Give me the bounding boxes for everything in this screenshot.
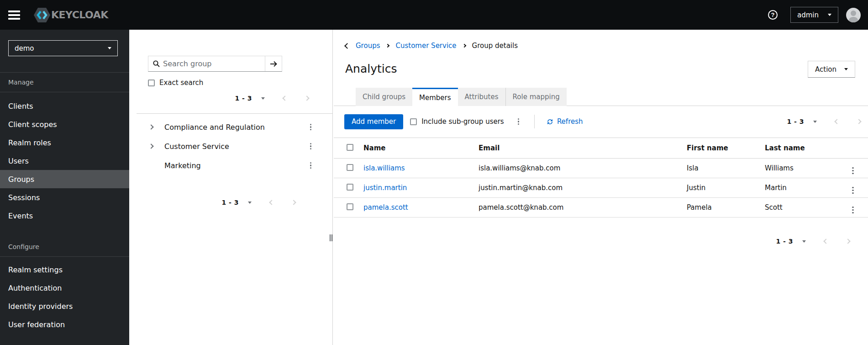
group-tree-item[interactable]: Marketing (129, 156, 332, 175)
pagination-next-button[interactable] (857, 120, 861, 123)
tab-members[interactable]: Members (412, 88, 458, 106)
chevron-left-icon (823, 239, 828, 244)
chevron-down-icon[interactable] (802, 240, 806, 243)
row-kebab-button[interactable] (852, 167, 853, 174)
row-checkbox[interactable] (347, 203, 353, 210)
sidebar-item-sessions[interactable]: Sessions (0, 188, 129, 207)
chevron-right-icon (845, 239, 850, 244)
group-tree-item[interactable]: Compliance and Regulation (129, 117, 332, 137)
pagination-prev-button[interactable] (835, 120, 839, 123)
member-last-name: Williams (765, 159, 838, 178)
tab-child-groups[interactable]: Child groups (356, 88, 412, 106)
include-subgroup-users-label: Include sub-group users (421, 117, 504, 126)
nav-list-configure: Realm settings Authentication Identity p… (0, 260, 129, 334)
group-name[interactable]: Marketing (164, 161, 310, 170)
members-pagination-top: 1 - 3 (787, 117, 861, 126)
chevron-right-icon (148, 143, 153, 149)
sidebar-item-authentication[interactable]: Authentication (0, 279, 129, 297)
sidebar-item-realm-settings[interactable]: Realm settings (0, 260, 129, 279)
user-menu-label: admin (797, 11, 819, 19)
search-group-box (148, 56, 282, 72)
member-name-link[interactable]: pamela.scott (363, 203, 408, 212)
breadcrumb-groups[interactable]: Groups (356, 42, 380, 50)
chevron-down-icon[interactable] (813, 121, 817, 123)
tree-divider (137, 113, 332, 114)
member-name-link[interactable]: isla.williams (363, 164, 405, 172)
realm-name: demo (15, 44, 34, 53)
expand-toggle-button[interactable] (149, 144, 157, 148)
sidebar-item-clients[interactable]: Clients (0, 97, 129, 115)
sidebar-item-groups[interactable]: Groups (0, 170, 129, 188)
tab-role-mapping[interactable]: Role mapping (506, 88, 567, 106)
keycloak-logo-icon (33, 7, 51, 23)
pagination-range: 1 - 3 (221, 199, 239, 206)
kebab-menu-button[interactable] (310, 143, 311, 150)
kebab-menu-button[interactable] (310, 124, 311, 131)
row-checkbox[interactable] (347, 164, 353, 171)
row-checkbox[interactable] (347, 184, 353, 191)
chevron-down-icon[interactable] (248, 202, 252, 204)
add-member-button[interactable]: Add member (344, 114, 403, 129)
pagination-range: 1 - 3 (787, 118, 804, 125)
action-dropdown-button[interactable]: Action (808, 61, 855, 78)
nav-toggle-button[interactable] (8, 11, 20, 20)
tab-attributes[interactable]: Attributes (458, 88, 506, 106)
expand-toggle-button[interactable] (149, 125, 157, 129)
search-group-input[interactable] (148, 56, 265, 71)
chevron-left-icon (344, 43, 350, 49)
arrow-right-icon (270, 61, 278, 67)
chevron-down-icon[interactable] (261, 97, 265, 100)
refresh-button[interactable]: Refresh (547, 117, 583, 126)
sidebar-item-client-scopes[interactable]: Client scopes (0, 115, 129, 133)
keycloak-logo: KEYCLOAK (33, 7, 108, 23)
help-icon[interactable]: ? (768, 10, 778, 20)
pagination-prev-button[interactable] (824, 239, 828, 243)
sidebar-item-user-federation[interactable]: User federation (0, 315, 129, 334)
search-submit-button[interactable] (265, 56, 282, 71)
layout: demo Manage Clients Client scopes Realm … (0, 30, 868, 345)
breadcrumb-customer-service[interactable]: Customer Service (395, 42, 456, 50)
masthead: KEYCLOAK ? admin (0, 0, 868, 30)
kebab-menu-button[interactable] (310, 162, 311, 169)
table-header-row: Name Email First name Last name (334, 138, 868, 159)
avatar[interactable] (846, 8, 861, 22)
refresh-icon (547, 118, 553, 125)
sidebar-item-events[interactable]: Events (0, 207, 129, 225)
member-name-link[interactable]: justin.martin (363, 184, 407, 192)
pagination-range: 1 - 3 (235, 95, 252, 102)
toolbar-kebab-button[interactable] (518, 118, 519, 125)
members-toolbar: Add member Include sub-group users Refre… (334, 110, 868, 133)
panel-resize-handle[interactable] (330, 234, 332, 241)
select-all-checkbox[interactable] (347, 144, 353, 151)
nav-section-manage: Manage (0, 72, 129, 92)
back-button[interactable] (345, 44, 349, 48)
table-row: justin.martin justin.martin@knab.com Jus… (334, 178, 868, 198)
pagination-prev-button[interactable] (270, 201, 274, 204)
realm-selector[interactable]: demo (8, 40, 118, 56)
pagination-prev-button[interactable] (283, 96, 287, 100)
chevron-right-icon (304, 96, 309, 101)
member-first-name: Isla (687, 159, 765, 178)
tree-pagination-top: 1 - 3 (129, 94, 332, 103)
group-tree-item[interactable]: Customer Service (129, 137, 332, 156)
main-content: Groups Customer Service Group details An… (334, 30, 868, 345)
pagination-next-button[interactable] (846, 239, 850, 243)
exact-search-checkbox[interactable] (148, 80, 155, 86)
row-kebab-button[interactable] (852, 187, 853, 194)
sidebar-item-identity-providers[interactable]: Identity providers (0, 297, 129, 315)
group-tree: Compliance and Regulation Customer Servi… (129, 117, 332, 175)
member-last-name: Martin (765, 178, 838, 198)
pagination-next-button[interactable] (305, 96, 309, 100)
member-email: isla.williams@knab.com (479, 159, 687, 178)
include-subgroup-users-checkbox[interactable] (410, 118, 417, 125)
row-kebab-button[interactable] (852, 207, 853, 213)
chevron-left-icon (269, 200, 274, 205)
sidebar-item-realm-roles[interactable]: Realm roles (0, 133, 129, 152)
group-name[interactable]: Compliance and Regulation (164, 123, 310, 132)
user-menu-dropdown[interactable]: admin (790, 7, 838, 23)
group-tree-panel: Exact search 1 - 3 Compliance and Regula… (129, 30, 332, 345)
page-title: Analytics (345, 61, 868, 77)
pagination-next-button[interactable] (292, 201, 295, 204)
group-name[interactable]: Customer Service (164, 142, 310, 151)
sidebar-item-users[interactable]: Users (0, 152, 129, 170)
